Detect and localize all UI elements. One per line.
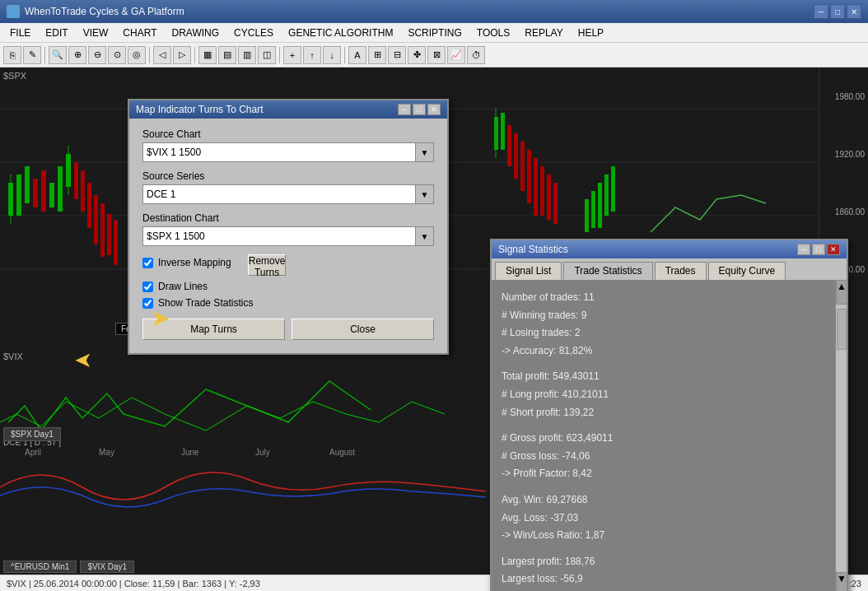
draw-lines-label: Draw Lines: [158, 281, 208, 292]
menu-edit[interactable]: EDIT: [39, 26, 74, 40]
source-series-dropdown[interactable]: ▼: [416, 184, 434, 204]
toolbar-btn-19[interactable]: ⊟: [388, 46, 406, 64]
title-bar-left: WhenToTrade Cycles & GA Platform: [7, 5, 184, 18]
dest-chart-dropdown[interactable]: ▼: [416, 226, 434, 246]
toolbar-btn-16[interactable]: ↓: [323, 46, 341, 64]
svg-rect-9: [41, 170, 46, 212]
dialog-minimize[interactable]: ─: [398, 104, 411, 115]
menu-view[interactable]: VIEW: [77, 26, 115, 40]
dialog-maximize[interactable]: □: [413, 104, 426, 115]
source-series-group: Source Series DCE 1 ▼: [142, 170, 434, 204]
menu-ga[interactable]: GENETIC ALGORITHM: [282, 26, 399, 40]
stat-winning: # Winning trades: 9: [502, 307, 819, 325]
signal-maximize[interactable]: □: [812, 244, 825, 255]
toolbar-btn-5[interactable]: ⊖: [88, 46, 106, 64]
spx-day1-tab[interactable]: $SPX Day1: [3, 427, 61, 441]
svg-rect-24: [507, 125, 511, 166]
remove-turns-button[interactable]: Remove Turns: [248, 254, 287, 276]
scrollbar-down[interactable]: ▼: [836, 572, 847, 591]
dest-chart-value[interactable]: $SPX 1 1500: [142, 226, 416, 246]
toolbar-btn-11[interactable]: ▤: [218, 46, 236, 64]
svg-rect-32: [585, 199, 589, 232]
toolbar-btn-13[interactable]: ◫: [258, 46, 276, 64]
toolbar-btn-6[interactable]: ⊙: [108, 46, 126, 64]
draw-lines-checkbox[interactable]: [142, 282, 153, 292]
inverse-mapping-label: Inverse Mapping: [158, 257, 231, 268]
signal-close[interactable]: ✕: [827, 244, 840, 255]
toolbar-btn-20[interactable]: ✤: [408, 46, 426, 64]
maximize-button[interactable]: □: [830, 4, 845, 19]
stat-accuracy: -> Accuracy: 81,82%: [502, 342, 819, 361]
svg-rect-8: [33, 179, 38, 207]
toolbar-btn-22[interactable]: 📈: [447, 46, 465, 64]
toolbar-sep-4: [279, 47, 280, 63]
source-chart-dropdown[interactable]: ▼: [416, 142, 434, 162]
source-chart-label: Source Chart: [142, 128, 434, 140]
tab-trades[interactable]: Trades: [655, 262, 707, 280]
menu-help[interactable]: HELP: [572, 26, 610, 40]
dialog-buttons: Map Turns Close: [142, 319, 434, 343]
svg-rect-26: [520, 142, 525, 191]
date-april: May: [99, 448, 114, 457]
signal-dialog-title-bar: Signal Statistics ─ □ ✕: [492, 240, 847, 258]
toolbar-btn-2[interactable]: ✎: [23, 46, 41, 64]
toolbar-btn-14[interactable]: +: [283, 46, 301, 64]
inverse-mapping-checkbox[interactable]: [142, 258, 153, 268]
toolbar-btn-23[interactable]: ⏱: [467, 46, 485, 64]
tab-equity-curve[interactable]: Equity Curve: [708, 262, 786, 280]
vix-day1-tab[interactable]: $VIX Day1: [80, 561, 134, 573]
toolbar-sep-1: [44, 47, 45, 63]
svg-rect-15: [81, 170, 85, 212]
spacer-4: [502, 545, 819, 553]
menu-file[interactable]: FILE: [3, 26, 37, 40]
scrollbar-up[interactable]: ▲: [836, 280, 847, 305]
menu-scripting[interactable]: SCRIPTING: [401, 26, 468, 40]
source-chart-select-wrapper: $VIX 1 1500 ▼: [142, 142, 434, 162]
toolbar-btn-18[interactable]: ⊞: [368, 46, 386, 64]
stat-gross-loss: # Gross loss: -74,06: [502, 448, 819, 466]
window-controls: ─ □ ✕: [814, 4, 861, 19]
toolbar-btn-9[interactable]: ▷: [173, 46, 191, 64]
svg-rect-14: [74, 162, 78, 199]
stat-largest-profit: Largest profit: 188,76: [502, 553, 819, 571]
tab-trade-statistics[interactable]: Trade Statistics: [563, 262, 652, 280]
menu-tools[interactable]: TOOLS: [470, 26, 516, 40]
tab-signal-list[interactable]: Signal List: [495, 262, 562, 280]
stat-avg-loss: Avg. Loss: -37,03: [502, 510, 819, 528]
toolbar: ⎘ ✎ 🔍 ⊕ ⊖ ⊙ ◎ ◁ ▷ ▦ ▤ ▥ ◫ + ↑ ↓ A ⊞ ⊟ ✤ …: [0, 43, 868, 67]
spacer-1: [502, 360, 819, 368]
scrollbar-thumb[interactable]: [837, 309, 847, 350]
stat-num-trades: Number of trades: 11: [502, 289, 819, 307]
show-stats-label: Show Trade Statistics: [158, 297, 253, 309]
menu-drawing[interactable]: DRAWING: [165, 26, 226, 40]
svg-rect-27: [527, 150, 531, 203]
svg-rect-33: [591, 191, 595, 228]
stat-short-profit: # Short profit: 139,22: [502, 404, 819, 422]
toolbar-btn-12[interactable]: ▥: [238, 46, 256, 64]
source-series-value[interactable]: DCE 1: [142, 184, 416, 204]
date-july: August: [329, 448, 355, 457]
eurusd-tab[interactable]: ^EURUSD Min1: [3, 561, 77, 573]
source-chart-value[interactable]: $VIX 1 1500: [142, 142, 416, 162]
toolbar-btn-1[interactable]: ⎘: [3, 46, 21, 64]
signal-scrollbar[interactable]: ▲ ▼: [835, 280, 847, 591]
toolbar-btn-10[interactable]: ▦: [198, 46, 217, 64]
menu-replay[interactable]: REPLAY: [518, 26, 569, 40]
close-button[interactable]: ✕: [847, 4, 861, 19]
toolbar-btn-17[interactable]: A: [348, 46, 366, 64]
toolbar-btn-7[interactable]: ◎: [128, 46, 146, 64]
menu-chart[interactable]: CHART: [116, 26, 163, 40]
toolbar-btn-15[interactable]: ↑: [303, 46, 321, 64]
menu-cycles[interactable]: CYCLES: [227, 26, 280, 40]
minimize-button[interactable]: ─: [814, 4, 828, 19]
spx-tab[interactable]: $SPX Day1: [3, 427, 61, 441]
svg-rect-30: [547, 175, 551, 220]
toolbar-btn-4[interactable]: ⊕: [68, 46, 86, 64]
signal-minimize[interactable]: ─: [797, 244, 810, 255]
close-dialog-button[interactable]: Close: [292, 319, 434, 340]
title-bar: WhenToTrade Cycles & GA Platform ─ □ ✕: [0, 0, 868, 23]
toolbar-btn-21[interactable]: ⊠: [427, 46, 446, 64]
toolbar-btn-3[interactable]: 🔍: [49, 46, 67, 64]
toolbar-btn-8[interactable]: ◁: [153, 46, 171, 64]
dialog-close[interactable]: ✕: [427, 104, 441, 115]
